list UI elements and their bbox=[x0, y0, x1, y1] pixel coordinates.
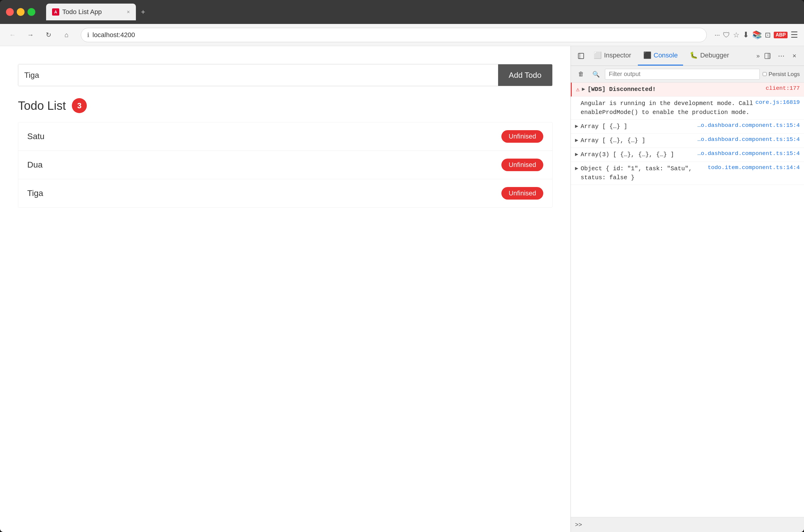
console-label: Console bbox=[654, 52, 678, 59]
debugger-label: Debugger bbox=[700, 52, 729, 59]
devtools-panel: ⬜ Inspector ⬛ Console 🐛 Debugger » bbox=[571, 46, 804, 532]
devtools-close-button[interactable]: × bbox=[789, 51, 800, 61]
address-bar[interactable]: ℹ localhost:4200 bbox=[81, 28, 707, 42]
console-object-text: Object { id: "1", task: "Satu", status: … bbox=[581, 164, 705, 182]
nav-bar: ← → ↻ ⌂ ℹ localhost:4200 ··· 🛡 ☆ ⬇ 📚 ⊡ A… bbox=[0, 24, 804, 46]
console-array2-text: Array [ {…}, {…} ] bbox=[581, 136, 695, 145]
devtools-picker-icon[interactable] bbox=[575, 50, 587, 62]
console-array1-text: Array [ {…} ] bbox=[581, 122, 695, 131]
back-button[interactable]: ← bbox=[6, 28, 19, 42]
more-tools-button[interactable]: ··· bbox=[714, 31, 720, 39]
table-row: Tiga Unfinised bbox=[18, 179, 552, 207]
svg-rect-0 bbox=[578, 53, 584, 59]
todo-items: Satu Unfinised Dua Unfinised Tiga Unfini… bbox=[18, 122, 553, 208]
chevron-more-icon[interactable]: » bbox=[756, 52, 760, 59]
expand-arrow[interactable]: ▶ bbox=[582, 86, 585, 92]
persist-logs-label[interactable]: Persist Logs bbox=[763, 71, 800, 77]
console-entry-object: ▶ Object { id: "1", task: "Satu", status… bbox=[571, 162, 804, 185]
expand-arrow-array2[interactable]: ▶ bbox=[575, 137, 578, 143]
todo-list-header: Todo List 3 bbox=[18, 98, 553, 113]
url-display: localhost:4200 bbox=[93, 31, 135, 39]
filter-input[interactable] bbox=[605, 69, 760, 80]
status-badge: Unfinised bbox=[501, 130, 543, 143]
devtools-toolbar: ⬜ Inspector ⬛ Console 🐛 Debugger » bbox=[571, 46, 804, 66]
console-array3-text: Array(3) [ {…}, {…}, {…} ] bbox=[581, 150, 695, 159]
svg-rect-3 bbox=[767, 53, 770, 59]
console-angular-text: Angular is running in the development mo… bbox=[581, 99, 753, 117]
console-entry-array2: ▶ Array [ {…}, {…} ] …o.dashboard.compon… bbox=[571, 134, 804, 148]
console-source-wds: client:177 bbox=[766, 85, 800, 92]
expand-arrow-array1[interactable]: ▶ bbox=[575, 123, 578, 129]
console-content: ⚠ ▶ [WDS] Disconnected! client:177 Angul… bbox=[571, 82, 804, 517]
console-entry-array1: ▶ Array [ {…} ] …o.dashboard.component.t… bbox=[571, 120, 804, 134]
add-todo-button[interactable]: Add Todo bbox=[498, 64, 552, 86]
download-icon[interactable]: ⬇ bbox=[743, 30, 749, 39]
tab-console[interactable]: ⬛ Console bbox=[638, 46, 684, 65]
status-badge: Unfinised bbox=[501, 158, 543, 171]
console-entry-angular-info: Angular is running in the development mo… bbox=[571, 97, 804, 120]
tab-bar: A Todo List App × + bbox=[46, 4, 798, 20]
inspector-label: Inspector bbox=[604, 52, 631, 59]
library-icon[interactable]: 📚 bbox=[752, 30, 762, 39]
console-entry-wds-error: ⚠ ▶ [WDS] Disconnected! client:177 bbox=[571, 82, 804, 97]
browser-content: Add Todo Todo List 3 Satu Unfinised Dua … bbox=[0, 46, 804, 532]
persist-logs-text: Persist Logs bbox=[768, 71, 800, 77]
todo-item-name: Satu bbox=[27, 132, 44, 141]
reload-button[interactable]: ↻ bbox=[42, 28, 55, 42]
hamburger-menu-icon[interactable]: ☰ bbox=[790, 30, 798, 40]
tab-close-button[interactable]: × bbox=[127, 9, 130, 15]
home-button[interactable]: ⌂ bbox=[60, 28, 73, 42]
back-icon: ← bbox=[9, 31, 16, 39]
todo-item-name: Dua bbox=[27, 160, 42, 170]
angular-icon: A bbox=[52, 8, 59, 16]
expand-arrow-object[interactable]: ▶ bbox=[575, 165, 578, 171]
tab-inspector[interactable]: ⬜ Inspector bbox=[588, 46, 637, 65]
browser-window: A Todo List App × + ← → ↻ ⌂ ℹ localhost:… bbox=[0, 0, 804, 532]
traffic-lights bbox=[6, 8, 35, 16]
console-footer: >> bbox=[571, 517, 804, 532]
bookmark-star-icon[interactable]: ☆ bbox=[733, 31, 740, 39]
tab-title: Todo List App bbox=[62, 8, 124, 16]
error-icon: ⚠ bbox=[576, 86, 580, 93]
nav-actions: ··· 🛡 ☆ ⬇ 📚 ⊡ ABP ☰ bbox=[714, 30, 798, 40]
debugger-icon: 🐛 bbox=[690, 52, 698, 59]
new-tab-button[interactable]: + bbox=[137, 6, 149, 18]
console-source-object: todo.item.component.ts:14:4 bbox=[708, 164, 800, 171]
devtools-more-button[interactable]: ⋯ bbox=[775, 50, 787, 62]
undock-button[interactable] bbox=[762, 50, 773, 62]
todo-item-name: Tiga bbox=[27, 189, 43, 198]
close-traffic-light[interactable] bbox=[6, 8, 14, 16]
todo-list-title: Todo List bbox=[18, 99, 66, 113]
home-icon: ⌂ bbox=[64, 31, 68, 39]
console-entry-array3: ▶ Array(3) [ {…}, {…}, {…} ] …o.dashboar… bbox=[571, 148, 804, 162]
console-input-arrow: >> bbox=[575, 521, 582, 528]
filter-icon: 🔍 bbox=[590, 68, 602, 80]
todo-input-area: Add Todo bbox=[18, 64, 553, 86]
tab-debugger[interactable]: 🐛 Debugger bbox=[684, 46, 734, 65]
todo-count-badge: 3 bbox=[72, 98, 87, 113]
title-bar: A Todo List App × + bbox=[0, 0, 804, 24]
persist-logs-checkbox[interactable] bbox=[763, 72, 767, 76]
reload-icon: ↻ bbox=[46, 31, 51, 39]
abp-badge: ABP bbox=[774, 32, 787, 38]
clear-console-button[interactable]: 🗑 bbox=[575, 68, 587, 80]
console-source-array2: …o.dashboard.component.ts:15:4 bbox=[697, 136, 800, 143]
webpage: Add Todo Todo List 3 Satu Unfinised Dua … bbox=[0, 46, 571, 532]
shield-icon[interactable]: 🛡 bbox=[723, 31, 730, 39]
forward-button[interactable]: → bbox=[24, 28, 37, 42]
maximize-traffic-light[interactable] bbox=[27, 8, 35, 16]
console-source-array3: …o.dashboard.component.ts:15:4 bbox=[697, 150, 800, 157]
table-row: Satu Unfinised bbox=[18, 122, 552, 151]
inspector-icon: ⬜ bbox=[594, 52, 602, 59]
console-icon: ⬛ bbox=[643, 52, 651, 59]
split-view-icon[interactable]: ⊡ bbox=[765, 31, 771, 39]
active-tab[interactable]: A Todo List App × bbox=[46, 4, 136, 20]
todo-input[interactable] bbox=[18, 64, 495, 86]
devtools-filter-bar: 🗑 🔍 Persist Logs bbox=[571, 66, 804, 82]
forward-icon: → bbox=[27, 31, 34, 39]
expand-arrow-array3[interactable]: ▶ bbox=[575, 151, 578, 157]
minimize-traffic-light[interactable] bbox=[17, 8, 24, 16]
table-row: Dua Unfinised bbox=[18, 151, 552, 179]
status-badge: Unfinised bbox=[501, 187, 543, 200]
info-icon: ℹ bbox=[87, 32, 90, 39]
